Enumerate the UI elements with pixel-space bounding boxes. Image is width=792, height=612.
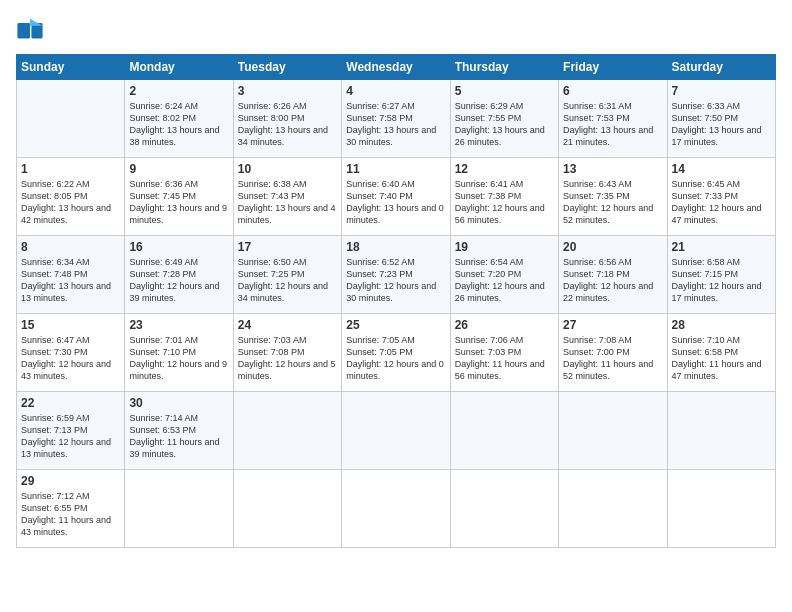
calendar-cell: 11Sunrise: 6:40 AMSunset: 7:40 PMDayligh… [342, 158, 450, 236]
cell-content: Sunrise: 7:08 AMSunset: 7:00 PMDaylight:… [563, 334, 662, 383]
calendar-cell: 29Sunrise: 7:12 AMSunset: 6:55 PMDayligh… [17, 470, 125, 548]
cell-content: Sunrise: 7:12 AMSunset: 6:55 PMDaylight:… [21, 490, 120, 539]
cell-content: Sunrise: 7:10 AMSunset: 6:58 PMDaylight:… [672, 334, 771, 383]
calendar-table: SundayMondayTuesdayWednesdayThursdayFrid… [16, 54, 776, 548]
calendar-cell: 20Sunrise: 6:56 AMSunset: 7:18 PMDayligh… [559, 236, 667, 314]
cell-content: Sunrise: 6:31 AMSunset: 7:53 PMDaylight:… [563, 100, 662, 149]
cell-content: Sunrise: 6:49 AMSunset: 7:28 PMDaylight:… [129, 256, 228, 305]
calendar-cell: 14Sunrise: 6:45 AMSunset: 7:33 PMDayligh… [667, 158, 775, 236]
calendar-cell [233, 470, 341, 548]
cell-content: Sunrise: 6:41 AMSunset: 7:38 PMDaylight:… [455, 178, 554, 227]
weekday-header-tuesday: Tuesday [233, 55, 341, 80]
calendar-week-row: 15Sunrise: 6:47 AMSunset: 7:30 PMDayligh… [17, 314, 776, 392]
day-number: 1 [21, 162, 120, 176]
calendar-cell: 30Sunrise: 7:14 AMSunset: 6:53 PMDayligh… [125, 392, 233, 470]
cell-content: Sunrise: 6:33 AMSunset: 7:50 PMDaylight:… [672, 100, 771, 149]
cell-content: Sunrise: 7:01 AMSunset: 7:10 PMDaylight:… [129, 334, 228, 383]
day-number: 19 [455, 240, 554, 254]
calendar-cell [559, 392, 667, 470]
calendar-cell: 27Sunrise: 7:08 AMSunset: 7:00 PMDayligh… [559, 314, 667, 392]
calendar-cell [667, 392, 775, 470]
calendar-cell [667, 470, 775, 548]
cell-content: Sunrise: 6:45 AMSunset: 7:33 PMDaylight:… [672, 178, 771, 227]
calendar-cell: 23Sunrise: 7:01 AMSunset: 7:10 PMDayligh… [125, 314, 233, 392]
day-number: 2 [129, 84, 228, 98]
calendar-cell: 25Sunrise: 7:05 AMSunset: 7:05 PMDayligh… [342, 314, 450, 392]
day-number: 13 [563, 162, 662, 176]
day-number: 21 [672, 240, 771, 254]
calendar-cell: 10Sunrise: 6:38 AMSunset: 7:43 PMDayligh… [233, 158, 341, 236]
cell-content: Sunrise: 6:58 AMSunset: 7:15 PMDaylight:… [672, 256, 771, 305]
calendar-cell [233, 392, 341, 470]
cell-content: Sunrise: 6:54 AMSunset: 7:20 PMDaylight:… [455, 256, 554, 305]
calendar-cell: 4Sunrise: 6:27 AMSunset: 7:58 PMDaylight… [342, 80, 450, 158]
weekday-header-sunday: Sunday [17, 55, 125, 80]
day-number: 14 [672, 162, 771, 176]
day-number: 27 [563, 318, 662, 332]
calendar-cell: 5Sunrise: 6:29 AMSunset: 7:55 PMDaylight… [450, 80, 558, 158]
day-number: 28 [672, 318, 771, 332]
logo-icon [16, 16, 44, 44]
day-number: 23 [129, 318, 228, 332]
calendar-cell: 7Sunrise: 6:33 AMSunset: 7:50 PMDaylight… [667, 80, 775, 158]
calendar-cell [342, 470, 450, 548]
calendar-cell: 21Sunrise: 6:58 AMSunset: 7:15 PMDayligh… [667, 236, 775, 314]
day-number: 16 [129, 240, 228, 254]
cell-content: Sunrise: 6:47 AMSunset: 7:30 PMDaylight:… [21, 334, 120, 383]
day-number: 8 [21, 240, 120, 254]
day-number: 29 [21, 474, 120, 488]
calendar-week-row: 1Sunrise: 6:22 AMSunset: 8:05 PMDaylight… [17, 158, 776, 236]
calendar-cell [125, 470, 233, 548]
weekday-header-friday: Friday [559, 55, 667, 80]
weekday-header-wednesday: Wednesday [342, 55, 450, 80]
calendar-cell: 2Sunrise: 6:24 AMSunset: 8:02 PMDaylight… [125, 80, 233, 158]
cell-content: Sunrise: 6:26 AMSunset: 8:00 PMDaylight:… [238, 100, 337, 149]
calendar-cell: 22Sunrise: 6:59 AMSunset: 7:13 PMDayligh… [17, 392, 125, 470]
calendar-cell: 12Sunrise: 6:41 AMSunset: 7:38 PMDayligh… [450, 158, 558, 236]
calendar-cell: 26Sunrise: 7:06 AMSunset: 7:03 PMDayligh… [450, 314, 558, 392]
weekday-header-row: SundayMondayTuesdayWednesdayThursdayFrid… [17, 55, 776, 80]
calendar-week-row: 29Sunrise: 7:12 AMSunset: 6:55 PMDayligh… [17, 470, 776, 548]
calendar-week-row: 2Sunrise: 6:24 AMSunset: 8:02 PMDaylight… [17, 80, 776, 158]
day-number: 3 [238, 84, 337, 98]
calendar-cell [450, 470, 558, 548]
cell-content: Sunrise: 6:34 AMSunset: 7:48 PMDaylight:… [21, 256, 120, 305]
cell-content: Sunrise: 6:22 AMSunset: 8:05 PMDaylight:… [21, 178, 120, 227]
calendar-cell: 17Sunrise: 6:50 AMSunset: 7:25 PMDayligh… [233, 236, 341, 314]
calendar-cell: 6Sunrise: 6:31 AMSunset: 7:53 PMDaylight… [559, 80, 667, 158]
header [16, 16, 776, 44]
cell-content: Sunrise: 6:24 AMSunset: 8:02 PMDaylight:… [129, 100, 228, 149]
calendar-cell: 19Sunrise: 6:54 AMSunset: 7:20 PMDayligh… [450, 236, 558, 314]
day-number: 11 [346, 162, 445, 176]
calendar-cell: 15Sunrise: 6:47 AMSunset: 7:30 PMDayligh… [17, 314, 125, 392]
day-number: 20 [563, 240, 662, 254]
cell-content: Sunrise: 6:40 AMSunset: 7:40 PMDaylight:… [346, 178, 445, 227]
cell-content: Sunrise: 6:43 AMSunset: 7:35 PMDaylight:… [563, 178, 662, 227]
cell-content: Sunrise: 6:29 AMSunset: 7:55 PMDaylight:… [455, 100, 554, 149]
cell-content: Sunrise: 7:03 AMSunset: 7:08 PMDaylight:… [238, 334, 337, 383]
weekday-header-monday: Monday [125, 55, 233, 80]
day-number: 24 [238, 318, 337, 332]
calendar-cell: 9Sunrise: 6:36 AMSunset: 7:45 PMDaylight… [125, 158, 233, 236]
day-number: 6 [563, 84, 662, 98]
calendar-cell: 8Sunrise: 6:34 AMSunset: 7:48 PMDaylight… [17, 236, 125, 314]
day-number: 4 [346, 84, 445, 98]
cell-content: Sunrise: 6:56 AMSunset: 7:18 PMDaylight:… [563, 256, 662, 305]
cell-content: Sunrise: 6:52 AMSunset: 7:23 PMDaylight:… [346, 256, 445, 305]
day-number: 26 [455, 318, 554, 332]
cell-content: Sunrise: 7:05 AMSunset: 7:05 PMDaylight:… [346, 334, 445, 383]
day-number: 15 [21, 318, 120, 332]
calendar-week-row: 8Sunrise: 6:34 AMSunset: 7:48 PMDaylight… [17, 236, 776, 314]
calendar-cell: 24Sunrise: 7:03 AMSunset: 7:08 PMDayligh… [233, 314, 341, 392]
page-container: SundayMondayTuesdayWednesdayThursdayFrid… [0, 0, 792, 556]
calendar-cell [342, 392, 450, 470]
cell-content: Sunrise: 7:06 AMSunset: 7:03 PMDaylight:… [455, 334, 554, 383]
day-number: 7 [672, 84, 771, 98]
logo [16, 16, 48, 44]
day-number: 9 [129, 162, 228, 176]
calendar-cell: 18Sunrise: 6:52 AMSunset: 7:23 PMDayligh… [342, 236, 450, 314]
calendar-cell: 3Sunrise: 6:26 AMSunset: 8:00 PMDaylight… [233, 80, 341, 158]
calendar-cell: 1Sunrise: 6:22 AMSunset: 8:05 PMDaylight… [17, 158, 125, 236]
cell-content: Sunrise: 6:27 AMSunset: 7:58 PMDaylight:… [346, 100, 445, 149]
day-number: 12 [455, 162, 554, 176]
